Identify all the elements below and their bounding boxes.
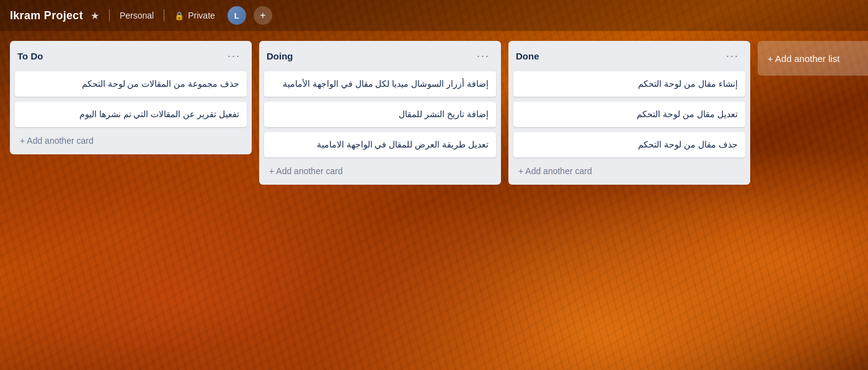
card-card-5[interactable]: تعديل طريقة العرض للمقال في الواجهة الام… <box>264 132 496 157</box>
header: Ikram Project ★ Personal 🔒 Private L + <box>0 0 868 31</box>
list-menu-button-todo[interactable]: ··· <box>224 48 244 64</box>
list-menu-button-doing[interactable]: ··· <box>473 48 494 64</box>
card-card-4[interactable]: إضافة تاريخ النشر للمقال <box>264 102 496 127</box>
list-title-done: Done <box>516 51 539 61</box>
private-label: Private <box>188 11 215 20</box>
lock-icon: 🔒 <box>174 11 184 20</box>
list-done: Done···إنشاء مقال من لوحة التحكمتعديل مق… <box>508 41 750 185</box>
add-list-button[interactable]: + Add another list <box>758 41 868 76</box>
star-icon[interactable]: ★ <box>91 10 99 22</box>
list-title-todo: To Do <box>17 51 43 61</box>
list-menu-button-done[interactable]: ··· <box>722 48 743 64</box>
list-todo: To Do···حذف مجموعة من المقالات من لوحة ا… <box>10 41 252 154</box>
personal-label: Personal <box>120 11 154 20</box>
card-card-8[interactable]: حذف مقال من لوحة التحكم <box>513 132 745 157</box>
board: To Do···حذف مجموعة من المقالات من لوحة ا… <box>0 31 868 370</box>
card-card-2[interactable]: تفعيل تقرير عن المقالات التي تم نشرها ال… <box>15 102 247 127</box>
add-card-button-done[interactable]: + Add another card <box>513 162 745 180</box>
header-meta: Personal <box>120 11 154 20</box>
avatar[interactable]: L <box>228 6 246 25</box>
list-header-todo: To Do··· <box>15 47 247 65</box>
header-divider-2 <box>164 9 164 22</box>
list-title-doing: Doing <box>267 51 293 61</box>
header-divider <box>109 9 110 22</box>
list-header-doing: Doing··· <box>264 47 496 65</box>
card-card-6[interactable]: إنشاء مقال من لوحة التحكم <box>513 71 745 97</box>
card-card-1[interactable]: حذف مجموعة من المقالات من لوحة التحكم <box>15 71 247 97</box>
privacy-meta: 🔒 Private <box>174 11 215 20</box>
list-header-done: Done··· <box>513 47 745 65</box>
add-card-button-doing[interactable]: + Add another card <box>264 162 496 180</box>
card-card-7[interactable]: تعديل مقال من لوحة التحكم <box>513 102 745 127</box>
list-doing: Doing···إضافة أزرار السوشال ميديا لكل مق… <box>259 41 501 185</box>
add-member-button[interactable]: + <box>254 6 272 25</box>
board-title: Ikram Project <box>10 9 83 22</box>
add-card-button-todo[interactable]: + Add another card <box>15 132 247 149</box>
card-card-3[interactable]: إضافة أزرار السوشال ميديا لكل مقال في ال… <box>264 71 496 97</box>
